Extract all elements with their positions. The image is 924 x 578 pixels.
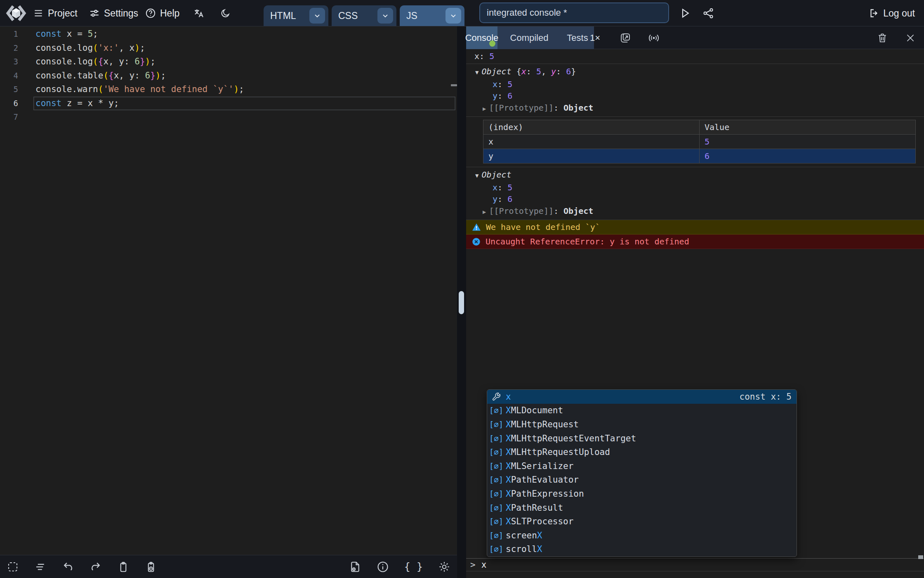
close-icon <box>905 32 916 44</box>
js-tab-menu-button[interactable] <box>446 8 461 24</box>
tab-js[interactable]: JS <box>400 5 464 26</box>
sliders-icon <box>89 8 100 19</box>
code-line[interactable]: const x = 5; <box>33 27 455 41</box>
chevron-down-icon <box>381 12 389 20</box>
code-line[interactable]: console.log('x:', x); <box>33 41 455 55</box>
class-symbol-icon: [∅] <box>490 420 502 429</box>
paste-icon[interactable] <box>145 561 157 573</box>
chevron-down-icon <box>313 12 321 20</box>
suggest-item[interactable]: [∅]XMLHttpRequestEventTarget <box>487 431 797 445</box>
project-menu[interactable]: Project <box>33 0 78 26</box>
clear-console-button[interactable] <box>877 26 888 49</box>
editor-tabs: HTML CSS JS <box>264 5 464 26</box>
share-button[interactable] <box>702 7 714 19</box>
table-row[interactable]: y6 <box>483 149 916 163</box>
class-symbol-icon: [∅] <box>490 531 502 540</box>
logout-button[interactable]: Log out <box>868 0 915 26</box>
table-header-cell[interactable]: Value <box>700 120 916 135</box>
format-lines-icon[interactable] <box>34 561 47 573</box>
divider-drag-handle[interactable] <box>459 291 464 314</box>
table-row[interactable]: x5 <box>483 135 916 149</box>
info-icon[interactable] <box>377 561 389 573</box>
expand-triangle-icon[interactable]: ▶ <box>483 105 486 112</box>
console-entry-warn: We have not defined `y` <box>466 220 924 235</box>
code-line[interactable]: console.table({x, y: 6}); <box>33 69 455 83</box>
translate-button[interactable] <box>193 0 205 26</box>
suggest-item[interactable]: [∅]XPathResult <box>487 501 797 515</box>
redo-icon[interactable] <box>90 561 102 573</box>
suggest-item-label: screenX <box>506 531 542 540</box>
suggest-item-label: XPathResult <box>506 503 563 513</box>
app-logo[interactable] <box>5 0 27 26</box>
code-line[interactable]: console.log({x, y: 6}); <box>33 55 455 69</box>
run-button[interactable] <box>679 7 691 19</box>
line-number: 6 <box>0 97 18 111</box>
close-console-button[interactable] <box>905 26 916 49</box>
select-region-icon[interactable] <box>7 561 19 573</box>
suggest-item-label: XSLTProcessor <box>506 516 573 526</box>
suggest-item[interactable]: [∅]XMLHttpRequestUpload <box>487 445 797 459</box>
zoom-level-button[interactable]: 1× <box>590 26 600 49</box>
class-symbol-icon: [∅] <box>490 545 502 554</box>
broadcast-icon[interactable] <box>647 26 661 49</box>
suggest-item-label: XPathEvaluator <box>506 475 579 485</box>
help-menu[interactable]: Help <box>145 0 179 26</box>
console-scrollbar-thumb[interactable] <box>918 555 923 559</box>
class-symbol-icon: [∅] <box>490 489 502 498</box>
suggest-item[interactable]: [∅]screenX <box>487 528 797 542</box>
suggest-item[interactable]: [∅]XPathExpression <box>487 487 797 501</box>
autocomplete-dropdown[interactable]: xconst x: 5[∅]XMLDocument[∅]XMLHttpReque… <box>487 389 797 557</box>
format-braces-icon[interactable]: { } <box>404 561 423 573</box>
code-line[interactable]: const z = x * y; <box>33 97 455 111</box>
class-symbol-icon: [∅] <box>490 503 502 512</box>
code-editor[interactable]: 1234567 const x = 5;console.log('x:', x)… <box>0 26 457 555</box>
table-index-cell: x <box>483 135 700 149</box>
suggest-item-detail: const x: 5 <box>740 392 792 402</box>
trash-icon <box>877 32 888 44</box>
top-bar: Project Settings Help <box>0 0 924 26</box>
console-entry-object[interactable]: ▼Object {x: 5, y: 6}x: 5y: 6▶[[Prototype… <box>466 64 924 117</box>
settings-menu[interactable]: Settings <box>89 0 138 26</box>
prompt-input-value[interactable]: x <box>481 560 487 570</box>
theme-toggle-button[interactable] <box>220 0 231 26</box>
code-line[interactable]: console.warn('We have not defined `y`'); <box>33 83 455 97</box>
html-tab-menu-button[interactable] <box>309 8 325 24</box>
suggest-item-label: XMLHttpRequest <box>506 419 579 429</box>
open-in-new-window-button[interactable] <box>620 26 631 49</box>
tab-tests[interactable]: Tests <box>561 26 594 49</box>
editor-settings-icon[interactable] <box>438 561 450 573</box>
external-resources-icon[interactable] <box>349 561 361 573</box>
class-symbol-icon: [∅] <box>490 462 502 471</box>
code-line[interactable] <box>33 110 455 124</box>
suggest-item[interactable]: [∅]XMLDocument <box>487 404 797 418</box>
suggest-item[interactable]: [∅]scrollX <box>487 542 797 557</box>
tab-console[interactable]: Console <box>466 26 497 49</box>
project-title-input[interactable]: integrated console * <box>479 2 669 23</box>
suggest-item[interactable]: [∅]XPathEvaluator <box>487 473 797 487</box>
prompt-chevron-icon: > <box>470 560 476 570</box>
tab-compiled[interactable]: Compiled <box>497 26 561 49</box>
editor-toolbar: { } <box>0 555 457 578</box>
copy-icon[interactable] <box>117 561 130 573</box>
logout-icon <box>868 8 879 19</box>
console-tabs: Console Compiled Tests <box>466 26 594 49</box>
expand-triangle-icon[interactable]: ▶ <box>483 208 486 215</box>
overview-ruler-marker <box>451 84 457 86</box>
console-prompt[interactable]: > x <box>466 558 924 571</box>
console-entry-object[interactable]: ▼Objectx: 5y: 6▶[[Prototype]]: Object <box>466 167 924 220</box>
editor-code-area[interactable]: const x = 5;console.log('x:', x);console… <box>33 27 455 124</box>
tab-css[interactable]: CSS <box>332 5 396 26</box>
class-symbol-icon: [∅] <box>490 517 502 526</box>
editor-gutter: 1234567 <box>0 27 18 124</box>
collapse-triangle-icon[interactable]: ▼ <box>475 69 478 76</box>
table-index-cell: y <box>483 149 700 163</box>
suggest-item[interactable]: xconst x: 5 <box>487 390 797 404</box>
suggest-item[interactable]: [∅]XMLHttpRequest <box>487 417 797 431</box>
table-header-cell[interactable]: (index) <box>483 120 700 135</box>
undo-icon[interactable] <box>62 561 74 573</box>
tab-html[interactable]: HTML <box>264 5 328 26</box>
suggest-item[interactable]: [∅]XSLTProcessor <box>487 514 797 528</box>
suggest-item[interactable]: [∅]XMLSerializer <box>487 459 797 473</box>
css-tab-menu-button[interactable] <box>377 8 393 24</box>
collapse-triangle-icon[interactable]: ▼ <box>475 172 478 179</box>
